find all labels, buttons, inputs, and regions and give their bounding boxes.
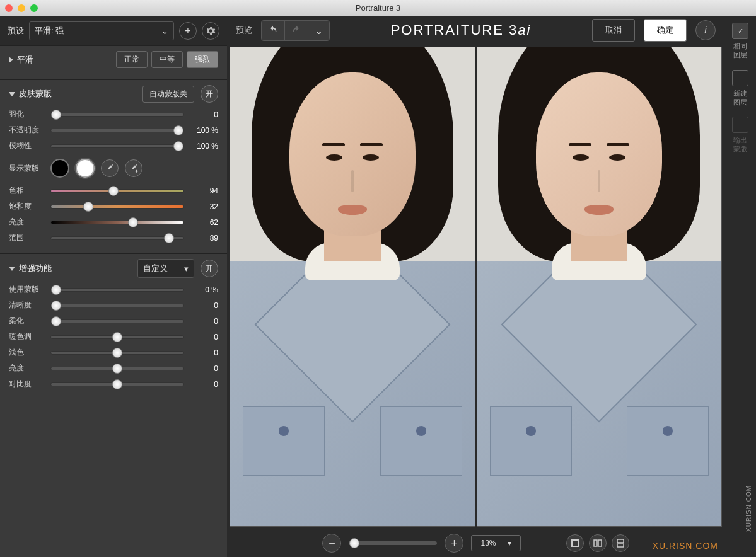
feather-slider[interactable]: 羽化 0 [9,109,218,120]
checkbox-icon [732,117,748,133]
svg-rect-0 [572,540,578,546]
rail-output-mask[interactable]: 输出 蒙版 [732,117,748,154]
preset-row: 预设 平滑: 强 ⌄ + [0,16,227,45]
triangle-right-icon [9,57,13,63]
smooth-title[interactable]: 平滑 [9,54,110,66]
maximize-window-icon[interactable] [30,4,38,12]
zoom-dropdown[interactable]: 13%▾ [471,535,520,551]
sharpness-slider[interactable]: 清晰度0 [9,300,218,311]
preset-value: 平滑: 强 [35,25,64,37]
view-split-horizontal-button[interactable] [612,534,629,552]
ok-button[interactable]: 确定 [644,19,687,42]
preview-split [227,44,724,529]
preview-label: 预览 [236,25,252,36]
info-icon: i [704,25,707,36]
smooth-medium-button[interactable]: 中等 [151,51,183,68]
window-title: Portraiture 3 [356,3,401,13]
chevron-down-icon: ▾ [184,264,189,273]
gear-icon [206,26,216,36]
auto-mask-button[interactable]: 自动蒙版关 [142,86,194,103]
preview-after[interactable] [477,47,723,527]
preset-dropdown[interactable]: 平滑: 强 ⌄ [29,21,174,40]
zoom-out-button[interactable]: − [322,534,341,553]
brand-logo: PORTRAITURE 3ai [339,22,583,38]
checkbox-icon [732,70,748,86]
brightness-slider[interactable]: 亮度0 [9,363,218,374]
mask-black-swatch[interactable] [50,159,69,178]
chevron-down-icon: ⌄ [315,25,323,37]
chevron-down-icon: ⌄ [161,26,168,36]
svg-rect-2 [598,540,602,546]
cancel-button[interactable]: 取消 [592,19,635,42]
bottom-bar: − + 13%▾ [227,529,724,557]
warmth-slider[interactable]: 暖色调0 [9,331,218,342]
undo-icon [268,25,278,35]
rail-new-layer[interactable]: 新建 图层 [732,70,748,107]
mask-section: 皮肤蒙版 自动蒙版关 开 羽化 0 不透明度 100 % 模糊性 100 % 显… [0,79,227,253]
eyedropper-button[interactable] [101,159,119,177]
enhance-preset-dropdown[interactable]: 自定义▾ [137,259,194,278]
mask-title[interactable]: 皮肤蒙版 [9,88,136,100]
titlebar: Portraiture 3 [0,0,756,16]
checkbox-checked-icon: ✓ [732,23,748,39]
smooth-strong-button[interactable]: 强烈 [187,51,218,68]
view-single-button[interactable] [566,534,584,552]
rail-same-layer[interactable]: ✓ 相同 图层 [732,23,748,60]
preset-label: 预设 [8,25,24,37]
enhance-on-button[interactable]: 开 [201,260,218,277]
tint-slider[interactable]: 浅色0 [9,347,218,358]
square-icon [570,538,580,548]
saturation-slider[interactable]: 饱和度 32 [9,201,218,212]
watermark: XURISN.COM [745,485,752,532]
traffic-lights [5,4,38,12]
smooth-normal-button[interactable]: 正常 [116,51,148,68]
eyedropper-icon [105,163,115,173]
blur-slider[interactable]: 模糊性 100 % [9,141,218,151]
use-mask-slider[interactable]: 使用蒙版0 % [9,284,218,295]
mask-white-swatch[interactable] [76,159,95,178]
mask-on-button[interactable]: 开 [201,85,218,103]
history-dropdown[interactable]: ⌄ [308,21,329,40]
history-group: ⌄ [261,20,330,41]
minimize-window-icon[interactable] [18,4,25,12]
split-v-icon [593,538,603,548]
luminance-slider[interactable]: 亮度 62 [9,217,218,227]
hue-slider[interactable]: 色相 94 [9,185,218,196]
info-button[interactable]: i [695,20,716,40]
split-h-icon [615,538,625,548]
contrast-slider[interactable]: 对比度0 [9,379,218,389]
enhance-section: 增强功能 自定义▾ 开 使用蒙版0 % 清晰度0 柔化0 暖色调0 浅色0 亮度… [0,253,227,399]
sidebar: 预设 平滑: 强 ⌄ + 平滑 正常 中等 强烈 [0,16,227,557]
enhance-title[interactable]: 增强功能 [9,263,131,274]
settings-button[interactable] [202,22,219,40]
redo-button[interactable] [285,21,308,40]
preview-before[interactable] [230,47,475,527]
smooth-section: 平滑 正常 中等 强烈 [0,45,227,79]
triangle-down-icon [9,92,15,96]
svg-rect-1 [594,540,597,546]
opacity-slider[interactable]: 不透明度 100 % [9,125,218,135]
view-split-vertical-button[interactable] [589,534,607,552]
add-preset-button[interactable]: + [179,22,197,40]
right-rail: ✓ 相同 图层 新建 图层 输出 蒙版 [724,16,756,557]
svg-rect-3 [617,539,624,543]
undo-button[interactable] [262,21,285,40]
close-window-icon[interactable] [5,4,13,12]
watermark-bottom: XU.RISN.COM [653,541,718,551]
show-mask-row: 显示蒙版 [9,159,218,178]
zoom-in-button[interactable]: + [445,534,463,553]
softness-slider[interactable]: 柔化0 [9,316,218,326]
svg-rect-4 [617,544,624,547]
zoom-slider[interactable] [349,541,437,545]
triangle-down-icon [9,267,15,271]
chevron-down-icon: ▾ [508,539,511,548]
main-area: 预览 ⌄ PORTRAITURE 3ai 取消 确定 i [227,16,724,557]
redo-icon [291,25,301,35]
eyedropper-plus-icon [129,163,139,173]
main-toolbar: 预览 ⌄ PORTRAITURE 3ai 取消 确定 i [227,16,724,44]
eyedropper-add-button[interactable] [125,159,142,177]
range-slider[interactable]: 范围 89 [9,233,218,243]
